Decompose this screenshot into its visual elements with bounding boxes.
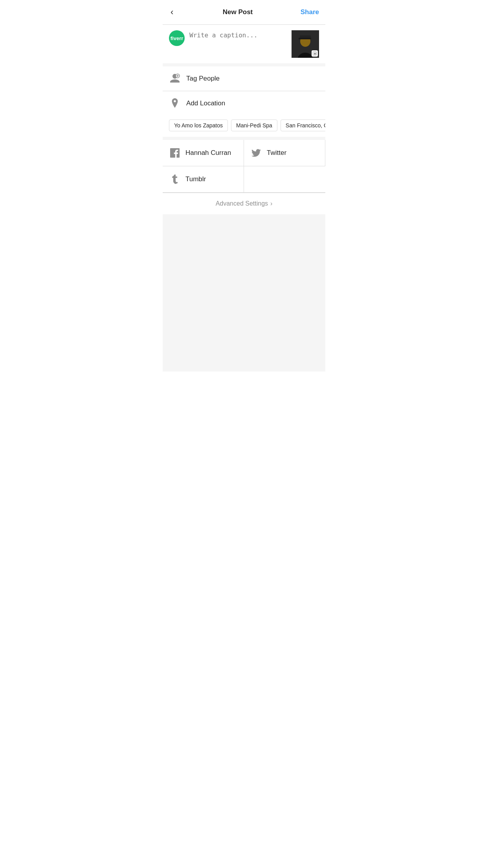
share-button[interactable]: Share [301,8,319,16]
share-empty-cell [244,166,325,192]
caption-area: fiverr [163,25,325,63]
twitter-label: Twitter [267,149,286,157]
thumbnail-badge [312,50,318,57]
twitter-icon [250,147,262,159]
location-icon [169,97,181,109]
badge-icon [313,51,317,55]
tag-people-row[interactable]: Tag People [163,66,325,91]
location-suggestions: Yo Amo los Zapatos Mani-Pedi Spa San Fra… [163,116,325,137]
advanced-settings-label: Advanced Settings [216,200,268,207]
location-chip-1[interactable]: Mani-Pedi Spa [231,120,277,131]
section-divider-1 [163,63,325,66]
share-tumblr-cell[interactable]: Tumblr [163,166,244,192]
bottom-area [163,214,325,371]
svg-rect-5 [299,38,311,39]
header: ‹ New Post Share [163,0,325,25]
location-chip-2[interactable]: San Francisco, C [281,120,325,131]
share-twitter-cell[interactable]: Twitter [244,140,325,166]
tumblr-label: Tumblr [185,175,206,183]
post-thumbnail [292,30,319,58]
svg-rect-7 [314,53,316,55]
tumblr-icon [169,173,181,185]
add-location-label: Add Location [186,99,225,107]
tag-people-label: Tag People [186,75,220,83]
page-title: New Post [223,8,253,16]
add-location-row[interactable]: Add Location [163,91,325,116]
facebook-icon [169,147,181,159]
caption-input[interactable] [189,30,287,57]
share-options-grid: Hannah Curran Twitter Tumblr [163,140,325,192]
advanced-settings-row[interactable]: Advanced Settings › [163,193,325,214]
share-facebook-cell[interactable]: Hannah Curran [163,140,244,166]
chevron-right-icon: › [270,200,272,207]
location-chip-0[interactable]: Yo Amo los Zapatos [169,120,228,131]
section-divider-3 [163,137,325,140]
tag-people-icon [169,73,181,85]
facebook-label: Hannah Curran [185,149,231,157]
back-button[interactable]: ‹ [169,6,175,19]
avatar: fiverr [169,30,185,46]
